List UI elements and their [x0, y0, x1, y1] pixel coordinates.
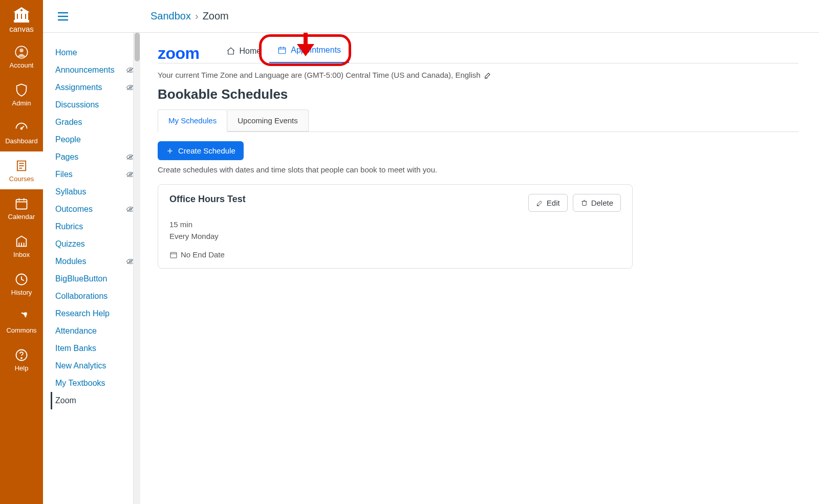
- home-icon: [226, 47, 235, 56]
- nav-help[interactable]: Help: [0, 341, 43, 379]
- course-nav-label: Item Banks: [55, 344, 96, 353]
- nav-commons[interactable]: Commons: [0, 303, 43, 341]
- edit-schedule-button[interactable]: Edit: [528, 194, 568, 212]
- delete-label: Delete: [591, 199, 613, 207]
- nav-history[interactable]: History: [0, 265, 43, 303]
- pencil-icon: [536, 199, 544, 207]
- course-nav-label: People: [55, 135, 81, 144]
- breadcrumb-course[interactable]: Sandbox: [150, 10, 191, 22]
- course-nav-item-announcements[interactable]: Announcements: [55, 61, 140, 79]
- course-nav-label: My Textbooks: [55, 379, 105, 388]
- course-nav-item-research-help[interactable]: Research Help: [55, 305, 140, 322]
- nav-inbox[interactable]: Inbox: [0, 227, 43, 265]
- course-nav-label: Grades: [55, 118, 82, 127]
- svg-point-7: [19, 48, 23, 52]
- svg-point-9: [21, 127, 23, 129]
- course-nav-item-collaborations[interactable]: Collaborations: [55, 288, 140, 305]
- zoom-tab-appointments-label: Appointments: [291, 46, 341, 55]
- course-nav-label: New Analytics: [55, 361, 106, 370]
- course-nav-item-pages[interactable]: Pages: [55, 148, 140, 166]
- breadcrumb-current: Zoom: [203, 10, 229, 22]
- course-nav-item-modules[interactable]: Modules: [55, 253, 140, 270]
- course-nav-label: Modules: [55, 257, 86, 266]
- course-nav-item-discussions[interactable]: Discussions: [55, 96, 140, 114]
- course-nav-item-attendance[interactable]: Attendance: [55, 322, 140, 340]
- course-nav-label: Pages: [55, 152, 78, 162]
- edit-timezone-icon[interactable]: [484, 71, 492, 79]
- svg-point-25: [21, 357, 22, 358]
- zoom-logo: zoom: [158, 44, 200, 63]
- course-nav-scrollbar[interactable]: [133, 33, 140, 504]
- tab-my-schedules[interactable]: My Schedules: [158, 109, 227, 132]
- canvas-logo[interactable]: canvas: [0, 0, 43, 38]
- breadcrumb-bar: Sandbox › Zoom: [43, 0, 819, 33]
- breadcrumb-separator: ›: [195, 10, 199, 22]
- delete-schedule-button[interactable]: Delete: [573, 194, 621, 212]
- course-nav-label: Quizzes: [55, 239, 85, 249]
- course-nav: HomeAnnouncementsAssignmentsDiscussionsG…: [43, 33, 140, 504]
- schedule-end: No End Date: [181, 250, 225, 259]
- calendar-small-icon: [169, 251, 178, 259]
- course-nav-item-zoom[interactable]: Zoom: [51, 392, 140, 409]
- course-nav-label: Collaborations: [55, 292, 107, 301]
- inner-tabs: My Schedules Upcoming Events: [158, 109, 799, 132]
- schedule-card: Office Hours Test Edit Delete 15 min: [158, 184, 633, 269]
- course-nav-label: Research Help: [55, 309, 110, 318]
- svg-point-4: [20, 9, 23, 12]
- hamburger-icon[interactable]: [57, 12, 69, 21]
- course-nav-item-bigbluebutton[interactable]: BigBlueButton: [55, 270, 140, 288]
- course-nav-label: Attendance: [55, 326, 97, 336]
- scrollbar-thumb[interactable]: [135, 33, 140, 61]
- course-nav-label: Syllabus: [55, 187, 86, 196]
- svg-rect-3: [25, 13, 27, 19]
- svg-rect-13: [16, 199, 27, 209]
- course-nav-label: Announcements: [55, 65, 115, 75]
- svg-rect-54: [170, 252, 177, 258]
- svg-rect-43: [278, 48, 286, 54]
- course-nav-item-home[interactable]: Home: [55, 44, 140, 61]
- course-nav-label: Rubrics: [55, 222, 83, 231]
- timezone-text: Your current Time Zone and Language are …: [158, 71, 481, 79]
- nav-dashboard[interactable]: Dashboard: [0, 114, 43, 151]
- canvas-logo-label: canvas: [9, 25, 34, 33]
- nav-admin[interactable]: Admin: [0, 76, 43, 114]
- course-nav-label: BigBlueButton: [55, 274, 107, 283]
- nav-account[interactable]: Account: [0, 38, 43, 76]
- course-nav-item-files[interactable]: Files: [55, 166, 140, 183]
- nav-courses[interactable]: Courses: [0, 151, 43, 189]
- zoom-tab-appointments[interactable]: Appointments: [269, 39, 349, 63]
- course-nav-item-my-textbooks[interactable]: My Textbooks: [55, 375, 140, 392]
- trash-icon: [580, 199, 588, 207]
- svg-rect-51: [582, 201, 586, 205]
- zoom-tab-home[interactable]: Home: [218, 40, 270, 63]
- course-nav-label: Discussions: [55, 100, 99, 109]
- course-nav-item-assignments[interactable]: Assignments: [55, 79, 140, 96]
- tab-upcoming-events[interactable]: Upcoming Events: [227, 109, 309, 132]
- course-nav-item-people[interactable]: People: [55, 131, 140, 148]
- course-nav-item-new-analytics[interactable]: New Analytics: [55, 357, 140, 375]
- schedule-recurrence: Every Monday: [169, 231, 621, 243]
- zoom-tab-home-label: Home: [240, 47, 262, 56]
- edit-label: Edit: [547, 199, 560, 207]
- svg-rect-2: [20, 13, 23, 19]
- course-nav-item-syllabus[interactable]: Syllabus: [55, 183, 140, 201]
- course-nav-item-quizzes[interactable]: Quizzes: [55, 235, 140, 253]
- schedule-duration: 15 min: [169, 219, 621, 231]
- course-nav-label: Zoom: [55, 396, 76, 405]
- course-nav-item-item-banks[interactable]: Item Banks: [55, 340, 140, 357]
- svg-rect-5: [14, 20, 29, 22]
- course-nav-label: Outcomes: [55, 205, 93, 214]
- course-nav-item-grades[interactable]: Grades: [55, 114, 140, 131]
- global-nav: canvas Account Admin Dashboard Courses C…: [0, 0, 43, 504]
- course-nav-item-rubrics[interactable]: Rubrics: [55, 218, 140, 235]
- svg-rect-1: [16, 13, 18, 19]
- nav-calendar[interactable]: Calendar: [0, 189, 43, 227]
- course-nav-label: Assignments: [55, 83, 102, 92]
- calendar-icon: [277, 46, 287, 55]
- course-nav-item-outcomes[interactable]: Outcomes: [55, 201, 140, 218]
- create-schedule-button[interactable]: Create Schedule: [158, 141, 244, 160]
- course-nav-label: Files: [55, 170, 73, 179]
- plus-icon: [166, 147, 174, 155]
- section-title: Bookable Schedules: [158, 86, 799, 102]
- create-schedule-label: Create Schedule: [178, 146, 235, 155]
